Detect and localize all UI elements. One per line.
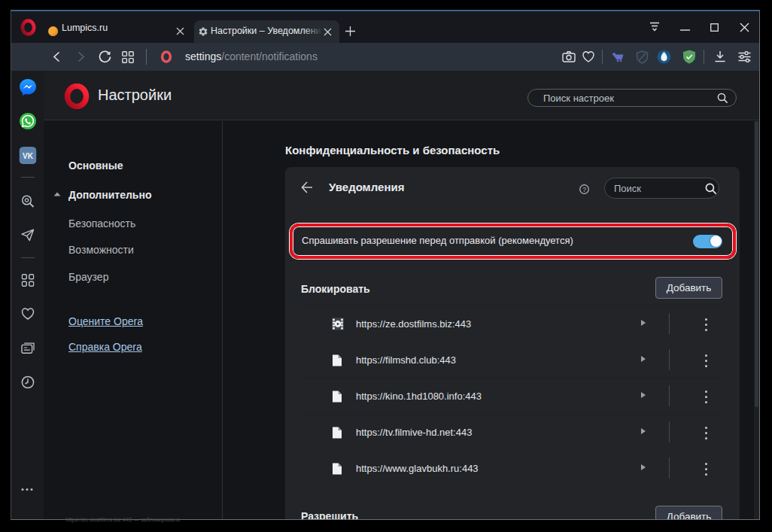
svg-text:?: ? [582,186,586,193]
svg-text:VK: VK [23,152,34,160]
